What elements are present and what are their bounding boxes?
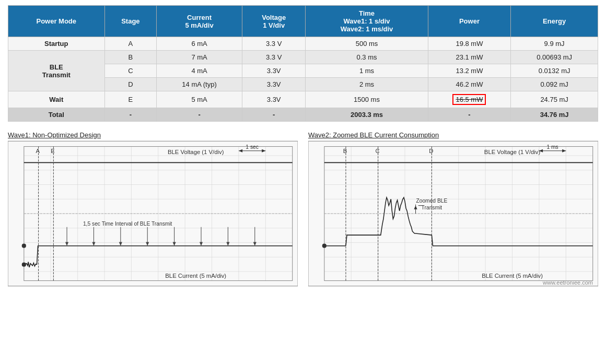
time-cell: 2 ms — [306, 78, 428, 91]
svg-text:D: D — [429, 148, 433, 154]
table-row-total: Total - - - 2003.3 ms - 34.76 mJ — [8, 108, 598, 122]
current-cell: 14 mA (typ) — [157, 78, 242, 91]
stage-cell: B — [104, 51, 157, 64]
wave2-panel: Wave2: Zoomed BLE Current Consumption — [308, 131, 598, 287]
svg-text:BLE Voltage (1 V/div): BLE Voltage (1 V/div) — [484, 149, 541, 155]
time-cell: 500 ms — [306, 37, 428, 51]
power-cell: 46.2 mW — [428, 78, 511, 91]
wave2-wrapper: BLE Voltage (1 V/div) BLE Current (5 mA/… — [308, 140, 598, 287]
power-cell: 23.1 mW — [428, 51, 511, 64]
wave1-wrapper: BLE Voltage (1 V/div) BLE Current (5 mA/… — [8, 140, 298, 287]
voltage-cell: 3.3 V — [242, 37, 306, 51]
voltage-cell: 3.3V — [242, 91, 306, 108]
current-cell: 4 mA — [157, 64, 242, 78]
table-row: Wait E 5 mA 3.3V 1500 ms 16.5 mW 24.75 m… — [8, 91, 598, 108]
mode-cell-total: Total — [8, 108, 105, 122]
energy-cell: 34.76 mJ — [511, 108, 598, 122]
svg-point-49 — [22, 263, 26, 267]
svg-text:1 ms: 1 ms — [547, 144, 558, 150]
voltage-cell: 3.3V — [242, 64, 306, 78]
header-power: Power — [428, 6, 511, 37]
current-cell: 6 mA — [157, 37, 242, 51]
svg-point-48 — [22, 244, 26, 248]
current-cell: - — [157, 108, 242, 122]
svg-text:A: A — [36, 148, 40, 154]
svg-text:BLE Current (5 mA/div): BLE Current (5 mA/div) — [165, 273, 226, 279]
current-cell: 7 mA — [157, 51, 242, 64]
time-cell: 1 ms — [306, 64, 428, 78]
time-cell: 2003.3 ms — [306, 108, 428, 122]
svg-text:BLE Voltage (1 V/div): BLE Voltage (1 V/div) — [168, 149, 224, 155]
svg-text:BLE Current (5 mA/div): BLE Current (5 mA/div) — [482, 273, 543, 279]
header-current: Current5 mA/div — [157, 6, 242, 37]
time-cell: 1500 ms — [306, 91, 428, 108]
header-energy: Energy — [511, 6, 598, 37]
header-power-mode: Power Mode — [8, 6, 105, 37]
stage-cell: D — [104, 78, 157, 91]
svg-text:1 sec: 1 sec — [246, 144, 259, 150]
mode-cell: BLETransmit — [8, 51, 105, 91]
power-table: Power Mode Stage Current5 mA/div Voltage… — [8, 5, 598, 122]
energy-cell: 0.0132 mJ — [511, 64, 598, 78]
svg-point-88 — [322, 244, 327, 248]
power-cell: 13.2 mW — [428, 64, 511, 78]
voltage-cell: 3.3V — [242, 78, 306, 91]
energy-cell: 0.00693 mJ — [511, 51, 598, 64]
energy-cell: 9.9 mJ — [511, 37, 598, 51]
current-cell: 5 mA — [157, 91, 242, 108]
table-row: BLETransmit B 7 mA 3.3 V 0.3 ms 23.1 mW … — [8, 51, 598, 64]
mode-cell: Startup — [8, 37, 105, 51]
svg-text:B: B — [343, 148, 347, 154]
svg-text:Transmit: Transmit — [422, 205, 442, 210]
table-row: Startup A 6 mA 3.3 V 500 ms 19.8 mW 9.9 … — [8, 37, 598, 51]
header-stage: Stage — [104, 6, 157, 37]
stage-cell: E — [104, 91, 157, 108]
watermark: www.eetroniee.com — [543, 279, 593, 286]
svg-text:1,5 sec Time Interval of BLE T: 1,5 sec Time Interval of BLE Transmit — [83, 221, 172, 227]
waves-section: Wave1: Non-Optimized Design — [8, 131, 598, 287]
mode-cell: Wait — [8, 91, 105, 108]
voltage-cell: 3.3 V — [242, 51, 306, 64]
wave1-panel: Wave1: Non-Optimized Design — [8, 131, 298, 287]
power-cell-strike: 16.5 mW — [428, 91, 511, 108]
time-cell: 0.3 ms — [306, 51, 428, 64]
svg-text:E: E — [51, 148, 55, 154]
wave1-title: Wave1: Non-Optimized Design — [8, 131, 298, 139]
stage-cell: C — [104, 64, 157, 78]
wave2-title: Wave2: Zoomed BLE Current Consumption — [308, 131, 598, 139]
voltage-cell: - — [242, 108, 306, 122]
wave2-svg: BLE Voltage (1 V/div) BLE Current (5 mA/… — [308, 140, 598, 287]
energy-cell: 0.092 mJ — [511, 78, 598, 91]
stage-cell: A — [104, 37, 157, 51]
svg-text:Zoomed BLE: Zoomed BLE — [416, 198, 447, 204]
power-cell: - — [428, 108, 511, 122]
energy-cell: 24.75 mJ — [511, 91, 598, 108]
wave1-svg: BLE Voltage (1 V/div) BLE Current (5 mA/… — [8, 140, 298, 287]
header-voltage: Voltage1 V/div — [242, 6, 306, 37]
power-cell: 19.8 mW — [428, 37, 511, 51]
svg-text:C: C — [375, 148, 379, 154]
header-time: TimeWave1: 1 s/divWave2: 1 ms/div — [306, 6, 428, 37]
stage-cell: - — [104, 108, 157, 122]
